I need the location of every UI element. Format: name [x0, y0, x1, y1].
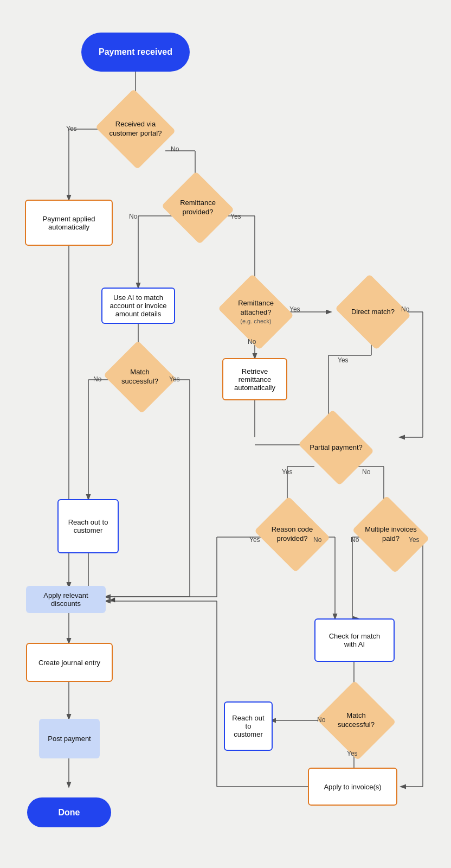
- check-ai-node: Check for match with AI: [314, 618, 395, 662]
- multiple-invoices-label: Multiple invoices paid?: [360, 523, 421, 546]
- yes-label-partial: Yes: [282, 468, 293, 476]
- remittance-attached-label: Remittance attached?(e.g. check): [227, 297, 285, 327]
- match-successful-diamond: Match successful?: [113, 353, 167, 401]
- yes-label-rem-attached: Yes: [289, 305, 300, 313]
- check-ai-label: Check for match with AI: [322, 632, 387, 648]
- reason-code-label: Reason code provided?: [263, 523, 321, 546]
- apply-invoice-label: Apply to invoice(s): [324, 783, 381, 791]
- no-label-match2: No: [317, 716, 325, 724]
- no-label-direct-match: No: [401, 305, 409, 313]
- payment-auto-label: Payment applied automatically: [33, 215, 105, 231]
- customer-portal-diamond: Received via customer portal?: [106, 102, 165, 156]
- reach-customer1-label: Reach out to customer: [65, 518, 111, 534]
- post-payment-node: Post payment: [39, 719, 100, 758]
- remittance-provided-label: Remittance provided?: [171, 196, 225, 219]
- retrieve-remittance-node: Retrieve remittance automatically: [222, 358, 287, 400]
- match-successful2-diamond: Match successful?: [327, 693, 385, 748]
- apply-invoice-node: Apply to invoice(s): [308, 768, 397, 806]
- use-ai-node: Use AI to match account or invoice amoun…: [101, 288, 175, 324]
- multiple-invoices-diamond: Multiple invoices paid?: [360, 510, 421, 559]
- reach-customer2-label: Reach out to customer: [231, 714, 265, 738]
- yes-label-match2: Yes: [347, 750, 358, 757]
- no-label-multiple: No: [351, 536, 359, 544]
- payment-received-label: Payment received: [99, 47, 172, 57]
- done-label: Done: [59, 808, 80, 818]
- partial-payment-label: Partial payment?: [307, 441, 365, 455]
- no-label-portal-right: No: [171, 145, 179, 153]
- create-journal-node: Create journal entry: [26, 643, 113, 682]
- yes-label-reason: Yes: [249, 536, 260, 544]
- customer-portal-label: Received via customer portal?: [106, 118, 165, 141]
- apply-discounts-label: Apply relevant discounts: [33, 591, 99, 608]
- no-label-remittance: No: [129, 213, 137, 220]
- payment-received-node: Payment received: [81, 33, 190, 72]
- partial-payment-diamond: Partial payment?: [307, 423, 365, 472]
- yes-label-match: Yes: [169, 375, 180, 383]
- create-journal-label: Create journal entry: [38, 659, 100, 667]
- yes-label-direct-match: Yes: [338, 356, 349, 364]
- reach-customer1-node: Reach out to customer: [57, 499, 119, 553]
- no-label-rem-attached: No: [248, 338, 256, 346]
- remittance-attached-diamond: Remittance attached?(e.g. check): [227, 288, 285, 336]
- done-node: Done: [27, 797, 111, 827]
- retrieve-remittance-label: Retrieve remittance automatically: [230, 367, 280, 392]
- payment-auto-node: Payment applied automatically: [25, 200, 113, 246]
- match-successful2-label: Match successful?: [327, 709, 385, 732]
- no-label-partial: No: [362, 468, 370, 476]
- arrow-to-discounts: ◀: [110, 596, 115, 603]
- reach-customer2-node: Reach out to customer: [224, 701, 273, 751]
- use-ai-label: Use AI to match account or invoice amoun…: [109, 293, 167, 318]
- yes-label-remittance: Yes: [230, 213, 241, 220]
- remittance-provided-diamond: Remittance provided?: [171, 183, 225, 232]
- reason-code-diamond: Reason code provided?: [263, 510, 321, 559]
- post-payment-label: Post payment: [48, 735, 91, 743]
- direct-match-label: Direct match?: [349, 305, 397, 319]
- yes-label-portal-left: Yes: [66, 125, 77, 132]
- no-label-match: No: [93, 375, 101, 383]
- match-successful-label: Match successful?: [113, 366, 167, 388]
- apply-discounts-node: Apply relevant discounts: [26, 586, 106, 613]
- direct-match-diamond: Direct match?: [344, 288, 402, 336]
